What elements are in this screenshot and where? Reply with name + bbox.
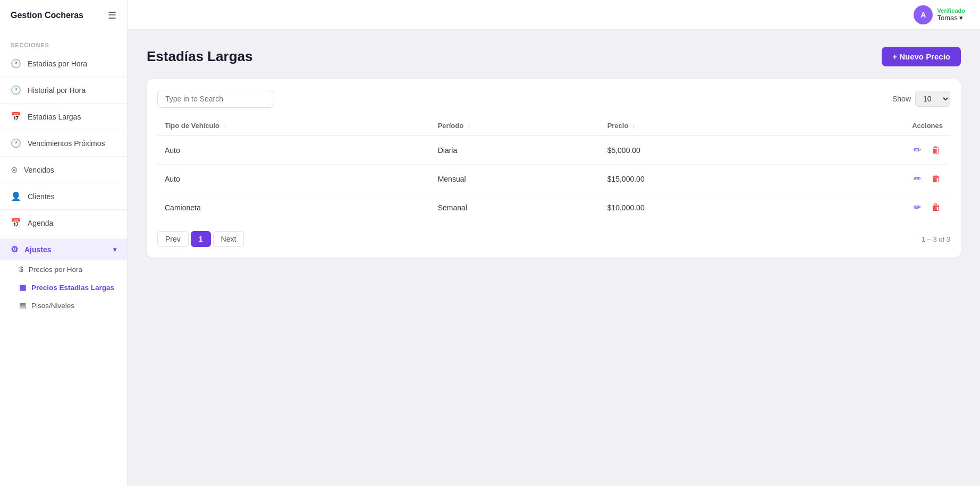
cell-acciones: ✏ 🗑 [785,165,950,193]
col-tipo: Tipo de Vehículo ↑ [157,116,430,135]
cell-precio: $5,000.00 [600,135,785,165]
sidebar-item-label: Estadias Largas [28,113,81,121]
sidebar-item-label: Vencidos [24,166,54,174]
col-precio: Precio ↑ [600,116,785,135]
next-button[interactable]: Next [213,231,244,247]
sidebar-item-vencidos[interactable]: ⊗ Vencidos [0,159,127,181]
calendar-icon: 📅 [11,218,21,228]
table-controls: Show 10 25 50 100 [157,90,950,108]
sidebar-header: Gestion Cocheras ☰ [0,0,127,31]
avatar: A [914,5,933,24]
sort-icon: ↑ [468,123,471,130]
topbar: A Verificado Tomas ▾ [128,0,980,30]
show-select[interactable]: 10 25 50 100 [915,91,950,107]
cell-tipo: Camioneta [157,193,430,222]
chevron-down-icon: ▾ [959,14,963,22]
layers-icon: ▤ [19,301,26,310]
divider [0,76,127,77]
divider [0,209,127,210]
chevron-down-icon: ▾ [113,246,116,253]
sidebar-item-clientes[interactable]: 👤 Clientes [0,185,127,207]
data-table: Tipo de Vehículo ↑ Período ↑ Precio ↑ [157,116,950,221]
clock-icon: 🕐 [11,58,21,69]
divider [0,183,127,183]
search-input[interactable] [157,90,274,108]
sidebar-item-vencimientos-proximos[interactable]: 🕐 Vencimientos Próximos [0,132,127,154]
gear-icon: ⚙ [11,244,18,254]
user-icon: 👤 [11,191,21,201]
x-circle-icon: ⊗ [11,165,18,175]
submenu-item-pisos-niveles[interactable]: ▤ Pisos/Niveles [0,296,127,314]
delete-button[interactable]: 🗑 [930,144,943,157]
col-acciones: Acciones [785,116,950,135]
page-1-button[interactable]: 1 [191,231,211,247]
table-icon: ▦ [19,283,26,292]
clock-icon: 🕐 [11,138,21,148]
divider [0,236,127,236]
cell-periodo: Diaria [430,135,600,165]
divider [0,130,127,130]
divider [0,156,127,157]
sidebar-item-ajustes[interactable]: ⚙ Ajustes ▾ [0,238,127,260]
sort-icon: ↑ [632,123,636,130]
cell-periodo: Mensual [430,165,600,193]
edit-button[interactable]: ✏ [911,172,923,185]
content: Estadías Largas + Nuevo Precio Show 10 2… [128,30,980,486]
prev-button[interactable]: Prev [157,231,189,247]
pagination-controls: Prev 1 Next [157,231,244,247]
edit-button[interactable]: ✏ [911,201,923,214]
sidebar-item-label: Clientes [28,192,55,201]
sidebar-item-label: Historial por Hora [28,86,86,95]
user-name: Tomas ▾ [937,14,963,22]
cell-precio: $10,000.00 [600,193,785,222]
delete-button[interactable]: 🗑 [930,201,943,214]
sidebar-section-label: SECCIONES [0,31,127,53]
user-verificado-label: Verificado [937,7,965,14]
app-title: Gestion Cocheras [11,11,83,20]
submenu-item-label: Pisos/Niveles [31,302,74,310]
sidebar-item-agenda[interactable]: 📅 Agenda [0,212,127,234]
sidebar-item-historial-hora[interactable]: 🕐 Historial por Hora [0,79,127,101]
divider [0,103,127,104]
history-icon: 🕐 [11,85,21,95]
sidebar-item-label: Agenda [28,219,53,227]
sidebar-item-estadias-hora[interactable]: 🕐 Estadias por Hora [0,53,127,74]
sidebar: Gestion Cocheras ☰ SECCIONES 🕐 Estadias … [0,0,128,486]
cell-tipo: Auto [157,165,430,193]
cell-precio: $15,000.00 [600,165,785,193]
cell-acciones: ✏ 🗑 [785,135,950,165]
page-header: Estadías Largas + Nuevo Precio [147,47,961,66]
table-row: Camioneta Semanal $10,000.00 ✏ 🗑 [157,193,950,222]
submenu-item-label: Precios Estadias Largas [31,284,114,292]
sidebar-item-label: Estadias por Hora [28,59,87,68]
pagination: Prev 1 Next 1 – 3 of 3 [157,231,950,247]
main: A Verificado Tomas ▾ Estadías Largas + N… [128,0,980,486]
show-label: Show [892,95,911,103]
submenu-item-precios-estadias-largas[interactable]: ▦ Precios Estadias Largas [0,278,127,296]
delete-button[interactable]: 🗑 [930,173,943,185]
edit-button[interactable]: ✏ [911,143,923,157]
sidebar-item-label: Vencimientos Próximos [28,139,105,148]
table-row: Auto Diaria $5,000.00 ✏ 🗑 [157,135,950,165]
table-row: Auto Mensual $15,000.00 ✏ 🗑 [157,165,950,193]
new-price-button[interactable]: + Nuevo Precio [882,47,961,66]
page-title: Estadías Largas [147,48,252,65]
ajustes-submenu: $ Precios por Hora ▦ Precios Estadias La… [0,260,127,314]
table-card: Show 10 25 50 100 Tipo de Vehículo ↑ [147,79,961,258]
cell-periodo: Semanal [430,193,600,222]
pagination-info: 1 – 3 of 3 [922,235,950,243]
calendar-icon: 📅 [11,112,21,122]
show-control: Show 10 25 50 100 [892,91,950,107]
cell-acciones: ✏ 🗑 [785,193,950,222]
user-badge[interactable]: A Verificado Tomas ▾ [914,5,965,24]
submenu-item-label: Precios por Hora [29,266,82,274]
dollar-icon: $ [19,265,23,274]
cell-tipo: Auto [157,135,430,165]
sidebar-item-label: Ajustes [24,245,52,254]
user-info: Verificado Tomas ▾ [937,7,965,22]
hamburger-icon[interactable]: ☰ [108,10,116,21]
sidebar-item-estadias-largas[interactable]: 📅 Estadias Largas [0,106,127,127]
sort-icon: ↑ [224,123,227,130]
col-periodo: Período ↑ [430,116,600,135]
submenu-item-precios-hora[interactable]: $ Precios por Hora [0,260,127,278]
